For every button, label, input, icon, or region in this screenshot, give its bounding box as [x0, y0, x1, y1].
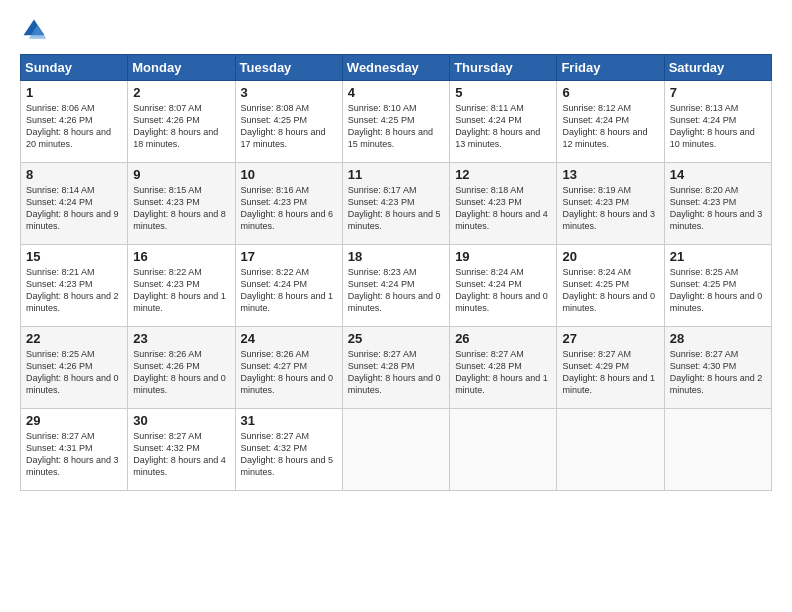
day-number: 4: [348, 85, 444, 100]
calendar-cell: 7 Sunrise: 8:13 AMSunset: 4:24 PMDayligh…: [664, 81, 771, 163]
calendar-cell: 21 Sunrise: 8:25 AMSunset: 4:25 PMDaylig…: [664, 245, 771, 327]
calendar-cell: [450, 409, 557, 491]
day-number: 29: [26, 413, 122, 428]
cell-content: Sunrise: 8:08 AMSunset: 4:25 PMDaylight:…: [241, 102, 337, 151]
weekday-header: Thursday: [450, 55, 557, 81]
cell-content: Sunrise: 8:24 AMSunset: 4:24 PMDaylight:…: [455, 266, 551, 315]
cell-content: Sunrise: 8:06 AMSunset: 4:26 PMDaylight:…: [26, 102, 122, 151]
cell-content: Sunrise: 8:13 AMSunset: 4:24 PMDaylight:…: [670, 102, 766, 151]
logo: [20, 16, 52, 44]
cell-content: Sunrise: 8:27 AMSunset: 4:32 PMDaylight:…: [133, 430, 229, 479]
calendar-cell: 22 Sunrise: 8:25 AMSunset: 4:26 PMDaylig…: [21, 327, 128, 409]
calendar-cell: 24 Sunrise: 8:26 AMSunset: 4:27 PMDaylig…: [235, 327, 342, 409]
cell-content: Sunrise: 8:27 AMSunset: 4:32 PMDaylight:…: [241, 430, 337, 479]
cell-content: Sunrise: 8:26 AMSunset: 4:26 PMDaylight:…: [133, 348, 229, 397]
day-number: 27: [562, 331, 658, 346]
calendar-week-row: 15 Sunrise: 8:21 AMSunset: 4:23 PMDaylig…: [21, 245, 772, 327]
day-number: 2: [133, 85, 229, 100]
day-number: 9: [133, 167, 229, 182]
logo-icon: [20, 16, 48, 44]
calendar-cell: 26 Sunrise: 8:27 AMSunset: 4:28 PMDaylig…: [450, 327, 557, 409]
cell-content: Sunrise: 8:17 AMSunset: 4:23 PMDaylight:…: [348, 184, 444, 233]
cell-content: Sunrise: 8:22 AMSunset: 4:24 PMDaylight:…: [241, 266, 337, 315]
calendar-cell: 30 Sunrise: 8:27 AMSunset: 4:32 PMDaylig…: [128, 409, 235, 491]
weekday-header: Tuesday: [235, 55, 342, 81]
calendar-cell: [342, 409, 449, 491]
day-number: 26: [455, 331, 551, 346]
calendar-cell: 5 Sunrise: 8:11 AMSunset: 4:24 PMDayligh…: [450, 81, 557, 163]
day-number: 22: [26, 331, 122, 346]
day-number: 19: [455, 249, 551, 264]
day-number: 21: [670, 249, 766, 264]
cell-content: Sunrise: 8:27 AMSunset: 4:30 PMDaylight:…: [670, 348, 766, 397]
cell-content: Sunrise: 8:25 AMSunset: 4:25 PMDaylight:…: [670, 266, 766, 315]
calendar-cell: 3 Sunrise: 8:08 AMSunset: 4:25 PMDayligh…: [235, 81, 342, 163]
day-number: 12: [455, 167, 551, 182]
calendar-cell: 31 Sunrise: 8:27 AMSunset: 4:32 PMDaylig…: [235, 409, 342, 491]
calendar-week-row: 22 Sunrise: 8:25 AMSunset: 4:26 PMDaylig…: [21, 327, 772, 409]
weekday-header: Sunday: [21, 55, 128, 81]
cell-content: Sunrise: 8:18 AMSunset: 4:23 PMDaylight:…: [455, 184, 551, 233]
calendar-cell: 10 Sunrise: 8:16 AMSunset: 4:23 PMDaylig…: [235, 163, 342, 245]
calendar-cell: 16 Sunrise: 8:22 AMSunset: 4:23 PMDaylig…: [128, 245, 235, 327]
day-number: 6: [562, 85, 658, 100]
cell-content: Sunrise: 8:21 AMSunset: 4:23 PMDaylight:…: [26, 266, 122, 315]
cell-content: Sunrise: 8:27 AMSunset: 4:28 PMDaylight:…: [455, 348, 551, 397]
cell-content: Sunrise: 8:25 AMSunset: 4:26 PMDaylight:…: [26, 348, 122, 397]
calendar-cell: 9 Sunrise: 8:15 AMSunset: 4:23 PMDayligh…: [128, 163, 235, 245]
calendar-cell: 18 Sunrise: 8:23 AMSunset: 4:24 PMDaylig…: [342, 245, 449, 327]
calendar-cell: 2 Sunrise: 8:07 AMSunset: 4:26 PMDayligh…: [128, 81, 235, 163]
calendar-cell: 27 Sunrise: 8:27 AMSunset: 4:29 PMDaylig…: [557, 327, 664, 409]
cell-content: Sunrise: 8:27 AMSunset: 4:31 PMDaylight:…: [26, 430, 122, 479]
cell-content: Sunrise: 8:16 AMSunset: 4:23 PMDaylight:…: [241, 184, 337, 233]
day-number: 17: [241, 249, 337, 264]
day-number: 24: [241, 331, 337, 346]
calendar-week-row: 1 Sunrise: 8:06 AMSunset: 4:26 PMDayligh…: [21, 81, 772, 163]
day-number: 15: [26, 249, 122, 264]
weekday-header: Friday: [557, 55, 664, 81]
day-number: 31: [241, 413, 337, 428]
calendar-week-row: 29 Sunrise: 8:27 AMSunset: 4:31 PMDaylig…: [21, 409, 772, 491]
calendar-cell: 4 Sunrise: 8:10 AMSunset: 4:25 PMDayligh…: [342, 81, 449, 163]
weekday-header: Wednesday: [342, 55, 449, 81]
cell-content: Sunrise: 8:20 AMSunset: 4:23 PMDaylight:…: [670, 184, 766, 233]
day-number: 18: [348, 249, 444, 264]
day-number: 5: [455, 85, 551, 100]
calendar-table: SundayMondayTuesdayWednesdayThursdayFrid…: [20, 54, 772, 491]
day-number: 16: [133, 249, 229, 264]
calendar-cell: 28 Sunrise: 8:27 AMSunset: 4:30 PMDaylig…: [664, 327, 771, 409]
page: SundayMondayTuesdayWednesdayThursdayFrid…: [0, 0, 792, 612]
cell-content: Sunrise: 8:24 AMSunset: 4:25 PMDaylight:…: [562, 266, 658, 315]
calendar-body: 1 Sunrise: 8:06 AMSunset: 4:26 PMDayligh…: [21, 81, 772, 491]
calendar-cell: 12 Sunrise: 8:18 AMSunset: 4:23 PMDaylig…: [450, 163, 557, 245]
cell-content: Sunrise: 8:11 AMSunset: 4:24 PMDaylight:…: [455, 102, 551, 151]
day-number: 13: [562, 167, 658, 182]
calendar-cell: 6 Sunrise: 8:12 AMSunset: 4:24 PMDayligh…: [557, 81, 664, 163]
day-number: 1: [26, 85, 122, 100]
calendar-cell: 29 Sunrise: 8:27 AMSunset: 4:31 PMDaylig…: [21, 409, 128, 491]
weekday-header: Monday: [128, 55, 235, 81]
day-number: 10: [241, 167, 337, 182]
cell-content: Sunrise: 8:15 AMSunset: 4:23 PMDaylight:…: [133, 184, 229, 233]
cell-content: Sunrise: 8:14 AMSunset: 4:24 PMDaylight:…: [26, 184, 122, 233]
cell-content: Sunrise: 8:19 AMSunset: 4:23 PMDaylight:…: [562, 184, 658, 233]
day-number: 11: [348, 167, 444, 182]
day-number: 28: [670, 331, 766, 346]
calendar-cell: [557, 409, 664, 491]
calendar-cell: 11 Sunrise: 8:17 AMSunset: 4:23 PMDaylig…: [342, 163, 449, 245]
day-number: 3: [241, 85, 337, 100]
day-number: 8: [26, 167, 122, 182]
day-number: 30: [133, 413, 229, 428]
cell-content: Sunrise: 8:07 AMSunset: 4:26 PMDaylight:…: [133, 102, 229, 151]
calendar-cell: 13 Sunrise: 8:19 AMSunset: 4:23 PMDaylig…: [557, 163, 664, 245]
cell-content: Sunrise: 8:26 AMSunset: 4:27 PMDaylight:…: [241, 348, 337, 397]
calendar-week-row: 8 Sunrise: 8:14 AMSunset: 4:24 PMDayligh…: [21, 163, 772, 245]
cell-content: Sunrise: 8:27 AMSunset: 4:28 PMDaylight:…: [348, 348, 444, 397]
cell-content: Sunrise: 8:27 AMSunset: 4:29 PMDaylight:…: [562, 348, 658, 397]
day-number: 7: [670, 85, 766, 100]
header: [20, 16, 772, 44]
calendar-cell: 14 Sunrise: 8:20 AMSunset: 4:23 PMDaylig…: [664, 163, 771, 245]
day-number: 23: [133, 331, 229, 346]
cell-content: Sunrise: 8:23 AMSunset: 4:24 PMDaylight:…: [348, 266, 444, 315]
day-number: 20: [562, 249, 658, 264]
